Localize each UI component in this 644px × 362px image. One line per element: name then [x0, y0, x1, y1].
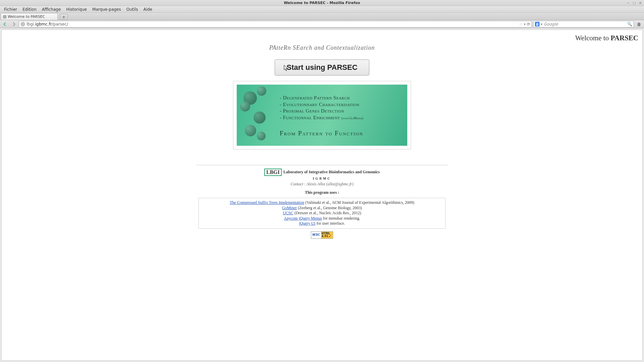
- feature-item: - Proximal Genes Detection: [280, 108, 404, 115]
- w3c-badge-right: HTML 4.01: [321, 232, 333, 238]
- credit-link-ucsc[interactable]: UCSC: [283, 211, 293, 215]
- feature-item: - Evolutionnary Characterisation: [280, 101, 404, 108]
- home-icon: [636, 21, 642, 27]
- close-icon[interactable]: ×: [638, 1, 643, 5]
- program-uses-label: This program uses :: [5, 190, 639, 195]
- reload-icon[interactable]: ⟳: [527, 22, 530, 27]
- search-magnifier-icon[interactable]: 🔍: [627, 22, 632, 27]
- back-button[interactable]: [1, 21, 9, 28]
- menubar: Fichier Edition Affichage Historique Mar…: [0, 6, 644, 13]
- minimize-icon[interactable]: –: [626, 1, 631, 5]
- url-text: lbgi.igbmc.fr/parsec/: [27, 22, 519, 27]
- page-viewport: Welcome to PARSEC PAtteRn SEarch and Con…: [1, 30, 643, 361]
- search-bar[interactable]: g ▾ Google 🔍: [533, 21, 634, 28]
- contact-line: Contact : Alexis Allot (allot@igbmc.fr): [5, 182, 639, 187]
- window-title: Welcome to PARSEC - Mozilla Firefox: [284, 1, 360, 5]
- menu-outils[interactable]: Outils: [124, 6, 141, 12]
- credit-link-apycom[interactable]: Apycom jQuery Menus: [284, 216, 322, 221]
- feature-banner: - Degenerated Pattern Search - Evolution…: [237, 85, 407, 146]
- menu-fichier[interactable]: Fichier: [1, 6, 20, 12]
- site-favicon-icon: [20, 22, 25, 27]
- bookmark-star-icon[interactable]: ☆: [519, 22, 523, 27]
- tab-strip: Welcome to PARSEC +: [0, 13, 644, 20]
- credits-box: The Compressed Suffix Trees Implementati…: [198, 198, 446, 229]
- feature-item: - Functionnal Enrichment (with GoMiner): [280, 115, 404, 121]
- credit-link-jqueryui[interactable]: jQuery UI: [299, 221, 316, 226]
- forward-button[interactable]: [10, 21, 17, 28]
- start-using-parsec-button[interactable]: Start using PARSEC: [275, 59, 369, 76]
- tab-active[interactable]: Welcome to PARSEC: [1, 13, 58, 20]
- separator: [196, 165, 448, 165]
- new-tab-button[interactable]: +: [60, 14, 68, 20]
- plus-icon: +: [62, 14, 66, 19]
- credit-link-gominer[interactable]: GoMiner: [282, 206, 297, 210]
- w3c-badge-left: W3C: [311, 232, 321, 238]
- igbmc-label: IGBMC: [5, 177, 639, 180]
- maximize-icon[interactable]: ▢: [632, 1, 637, 5]
- menu-aide[interactable]: Aide: [141, 6, 155, 12]
- tagline: PAtteRn SEarch and Contextualization: [5, 44, 639, 51]
- menu-marque-pages[interactable]: Marque-pages: [90, 6, 124, 12]
- search-engine-dropdown-icon[interactable]: ▾: [541, 22, 543, 26]
- google-icon: g: [535, 22, 540, 27]
- welcome-heading: Welcome to PARSEC: [5, 34, 639, 42]
- arrow-left-icon: [3, 22, 7, 27]
- lbgi-logo: LBGI: [264, 169, 282, 176]
- menu-edition[interactable]: Edition: [20, 6, 39, 12]
- arrow-right-icon: [11, 22, 16, 27]
- footer: LBGI Laboratory of Integrative Bioinform…: [5, 169, 639, 195]
- lab-name: Laboratory of Integrative Bioinformatics…: [282, 170, 380, 174]
- w3c-valid-badge[interactable]: W3C HTML 4.01: [311, 231, 333, 239]
- molecule-graphic-icon: [237, 85, 277, 146]
- banner-slogan: From Pattern to Function: [280, 130, 404, 137]
- feature-item: - Degenerated Pattern Search: [280, 95, 404, 101]
- search-placeholder: Google: [544, 22, 627, 27]
- tab-title: Welcome to PARSEC: [8, 14, 45, 19]
- credit-link-csti[interactable]: The Compressed Suffix Trees Implementati…: [230, 200, 304, 205]
- menu-historique[interactable]: Historique: [63, 6, 90, 12]
- url-dropdown-icon[interactable]: ▾: [524, 22, 525, 26]
- banner-container: - Degenerated Pattern Search - Evolution…: [233, 81, 411, 149]
- menu-affichage[interactable]: Affichage: [39, 6, 63, 12]
- navigation-toolbar: lbgi.igbmc.fr/parsec/ ☆ ▾ ⟳ g ▾ Google 🔍: [0, 20, 644, 28]
- url-bar[interactable]: lbgi.igbmc.fr/parsec/ ☆ ▾ ⟳: [19, 21, 532, 28]
- home-button[interactable]: [635, 21, 643, 28]
- window-titlebar: Welcome to PARSEC - Mozilla Firefox – ▢ …: [0, 0, 644, 6]
